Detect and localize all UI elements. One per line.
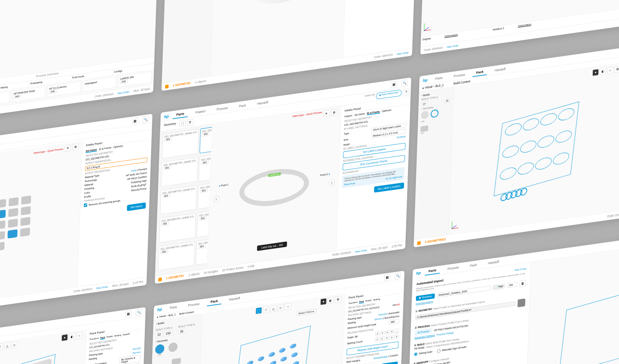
- window-pack-rings: hp Parts Process Pack Handoff ▦ 🔍 ▸ Visu…: [413, 41, 619, 247]
- grid-icon[interactable]: ▦: [132, 117, 138, 124]
- window-ring-id: hp Parts Inspect Process Pack Handoff ▦ …: [155, 78, 411, 284]
- nav-right-icon[interactable]: ›: [328, 179, 335, 186]
- mouse-model: [248, 0, 312, 7]
- nav-left-icon[interactable]: ‹: [213, 195, 219, 202]
- set-intent-button[interactable]: Set Intent: [127, 202, 146, 211]
- window-automated-import: hp Parts Process Pack Handoff ▦ 🔍 Automa…: [407, 234, 619, 364]
- status-toast: Label fully set... 495: [257, 241, 287, 251]
- window-pack-assembly: Process Pack Handoff ▦ 🔍 Build Content S…: [0, 307, 146, 364]
- ring-model: 1a2831G1: [239, 165, 310, 210]
- window-overview: Geometry Import Process Overview Process…: [0, 0, 159, 127]
- window-parts-intent: Parts Process Pack Handoff ▦ 🔍 Geometry …: [0, 114, 152, 320]
- window-deformation: ◯ □ △ Derived part char ▾ ⋮ Inspect Real…: [421, 0, 619, 54]
- geom-thumb: [517, 298, 526, 307]
- window-pack-spheres: hp Parts Process Pack Handoff ▦ 🔍 ▸ Visu…: [148, 271, 404, 364]
- search-icon[interactable]: 🔍: [142, 116, 149, 123]
- window-inspect-mouse: 413_GEOMETRY_NAME.STL001 units⋮ 413_GEOM…: [162, 0, 418, 91]
